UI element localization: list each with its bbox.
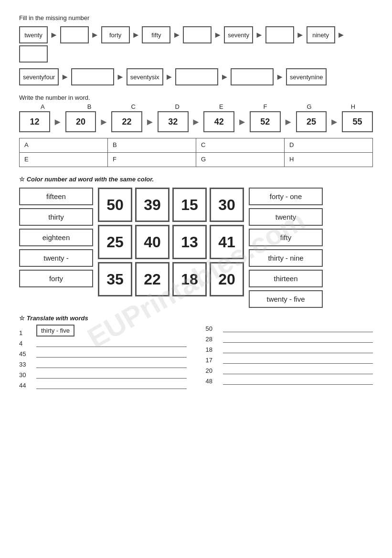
big-num-50: 50 (98, 188, 132, 222)
translate-line-17[interactable] (223, 356, 373, 364)
translate-section: ☆ Translate with words 1 thirty - five 4… (19, 315, 373, 389)
empty-box-3[interactable] (265, 26, 294, 43)
big-num-39: 39 (135, 188, 170, 222)
big-num-35: 35 (98, 262, 132, 296)
num-52: 52 (250, 111, 281, 132)
translate-col-right: 50 28 18 17 20 48 (206, 325, 373, 389)
arrow-11: ► (165, 72, 174, 82)
word-thirty: thirty (19, 208, 93, 226)
empty-box-1[interactable] (60, 26, 89, 43)
tnum-50: 50 (206, 325, 220, 332)
translate-row-20: 20 (206, 367, 373, 374)
translate-line-18[interactable] (223, 346, 373, 353)
label-H: H (333, 103, 373, 110)
color-title: ☆ Color number ad word with the same col… (19, 176, 373, 183)
write-arrow-5: ► (237, 116, 247, 127)
fill-row-1: twenty ► ► forty ► fifty ► ► seventy ► ►… (19, 26, 373, 63)
write-arrow-3: ► (145, 116, 155, 127)
num-32: 32 (158, 111, 189, 132)
word-thirteen: thirteen (249, 270, 323, 287)
translate-row-17: 17 (206, 356, 373, 364)
star-icon: ☆ (19, 176, 25, 183)
arrow-4: ► (172, 30, 181, 40)
num-20: 20 (65, 111, 96, 132)
translate-row-48: 48 (206, 377, 373, 385)
arrow-1: ► (50, 30, 58, 40)
write-arrow-6: ► (284, 116, 293, 127)
translate-line-28[interactable] (223, 335, 373, 343)
empty-box-7[interactable] (231, 68, 274, 85)
answer-grid: A B C D E F G H (19, 138, 373, 167)
answer-B[interactable]: B (108, 138, 196, 153)
right-words: forty - one twenty fifty thirty - nine t… (249, 188, 323, 308)
num-55: 55 (342, 111, 373, 132)
tnum-4: 4 (19, 340, 33, 347)
translate-content: 1 thirty - five 4 45 33 30 44 (19, 325, 373, 389)
translate-title: ☆ Translate with words (19, 315, 373, 322)
translate-col-left: 1 thirty - five 4 45 33 30 44 (19, 325, 187, 389)
translate-row-28: 28 (206, 335, 373, 343)
num-42: 42 (203, 111, 234, 132)
answer-E[interactable]: E (20, 153, 108, 167)
translate-line-20[interactable] (223, 367, 373, 374)
translate-line-33[interactable] (36, 360, 187, 368)
word-box-twenty: twenty (19, 26, 48, 43)
color-section: ☆ Color number ad word with the same col… (19, 176, 373, 308)
star-icon-2: ☆ (19, 315, 25, 322)
empty-box-4[interactable] (19, 45, 48, 63)
translate-line-50[interactable] (223, 325, 373, 332)
big-num-15: 15 (172, 188, 207, 222)
arrow-7: ► (296, 30, 305, 40)
arrow-13: ► (275, 72, 284, 82)
label-E: E (201, 103, 241, 110)
num-22: 22 (111, 111, 142, 132)
tnum-45: 45 (19, 350, 33, 358)
word-box-seventynine: seventynine (286, 68, 327, 85)
color-content: fifteen thirty eighteen twenty - forty 5… (19, 188, 373, 308)
arrow-12: ► (220, 72, 229, 82)
num-25: 25 (296, 111, 327, 132)
word-box-seventy: seventy (224, 26, 253, 43)
tnum-33: 33 (19, 361, 33, 368)
answer-C[interactable]: C (196, 138, 285, 153)
word-twenty-five: twenty - five (249, 290, 323, 308)
label-D: D (158, 103, 197, 110)
answer-G[interactable]: G (196, 153, 285, 167)
big-num-25: 25 (98, 225, 132, 259)
translate-line-48[interactable] (223, 377, 373, 385)
translate-line-4[interactable] (36, 339, 187, 347)
label-C: C (114, 103, 153, 110)
big-num-13: 13 (172, 225, 207, 259)
empty-box-5[interactable] (71, 68, 114, 85)
label-F: F (245, 103, 285, 110)
center-num-grid: 50 39 15 30 25 40 13 41 35 22 18 20 (98, 188, 244, 296)
tnum-30: 30 (19, 371, 33, 379)
translate-line-45[interactable] (36, 350, 187, 358)
answer-F[interactable]: F (108, 153, 196, 167)
empty-box-6[interactable] (175, 68, 218, 85)
answer-D[interactable]: D (285, 138, 373, 153)
translate-row-30: 30 (19, 371, 187, 379)
translate-line-44[interactable] (36, 381, 187, 389)
word-eighteen: eighteen (19, 229, 93, 246)
label-B: B (70, 103, 109, 110)
translate-row-4: 4 (19, 339, 187, 347)
word-fifty: fifty (249, 229, 323, 246)
answer-A[interactable]: A (20, 138, 108, 153)
num-12: 12 (19, 111, 50, 132)
arrow-5: ► (213, 30, 222, 40)
translate-row-50: 50 (206, 325, 373, 332)
write-arrow-7: ► (329, 116, 339, 127)
big-num-20: 20 (210, 262, 244, 296)
translate-row-1: 1 thirty - five (19, 325, 187, 337)
word-thirty-nine: thirty - nine (249, 249, 323, 267)
tnum-17: 17 (206, 357, 220, 364)
arrow-3: ► (132, 30, 140, 40)
tnum-20: 20 (206, 367, 220, 374)
translate-line-30[interactable] (36, 371, 187, 379)
word-box-fifty: fifty (142, 26, 170, 43)
label-G: G (289, 103, 329, 110)
answer-H[interactable]: H (285, 153, 373, 167)
empty-box-2[interactable] (183, 26, 212, 43)
word-box-seventyfour: seventyfour (19, 68, 59, 85)
